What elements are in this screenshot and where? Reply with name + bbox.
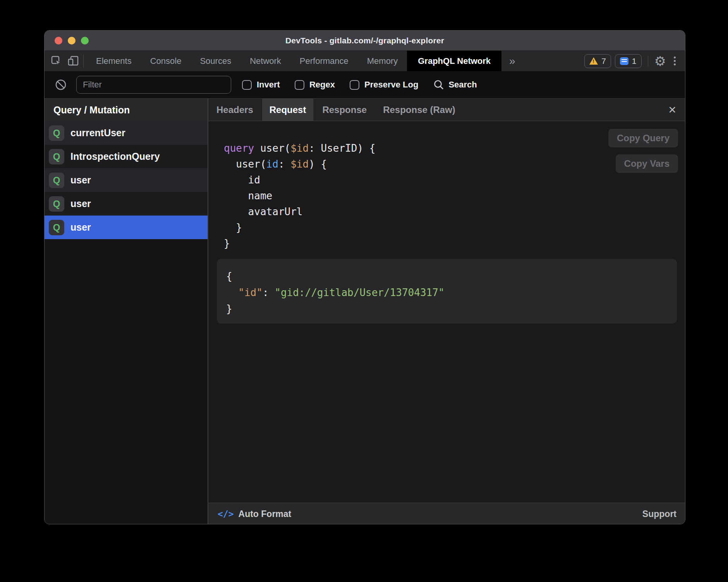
message-count: 1	[632, 56, 637, 66]
traffic-lights	[55, 31, 89, 51]
query-name-label: currentUser	[70, 127, 125, 139]
code-line: name	[224, 188, 685, 204]
devtools-tab-sources[interactable]: Sources	[191, 51, 240, 71]
code-line: }	[226, 301, 677, 317]
checkbox-label: Invert	[257, 80, 280, 90]
tab-headers[interactable]: Headers	[209, 99, 261, 121]
query-type-badge: Q	[49, 149, 64, 164]
title-bar: DevTools - gitlab.com/-/graphql-explorer	[45, 31, 685, 51]
checkbox-box[interactable]	[295, 80, 304, 90]
query-list-item-user-4[interactable]: Quser	[45, 216, 208, 239]
tab-request[interactable]: Request	[262, 99, 314, 121]
filter-checkboxes: InvertRegexPreserve Log	[242, 80, 418, 90]
query-name-label: user	[70, 222, 91, 233]
devtools-tab-elements[interactable]: Elements	[87, 51, 141, 71]
query-variables-box: { "id": "gid://gitlab/User/13704317"}	[217, 259, 677, 324]
devtools-tab-graphql-network[interactable]: GraphQL Network	[407, 51, 501, 71]
zoom-window-button[interactable]	[81, 37, 89, 45]
request-detail-panel: HeadersRequestResponseResponse (Raw)✕ qu…	[208, 99, 685, 524]
issues-badge[interactable]: 1	[615, 54, 642, 68]
message-icon	[620, 57, 628, 65]
devtools-tab-network[interactable]: Network	[240, 51, 290, 71]
code-line: {	[226, 268, 677, 284]
warning-icon	[589, 57, 598, 65]
checkbox-preserve-log[interactable]: Preserve Log	[350, 80, 418, 90]
checkbox-invert[interactable]: Invert	[242, 80, 280, 90]
more-options-icon[interactable]	[670, 56, 680, 65]
query-type-badge: Q	[49, 125, 64, 141]
query-type-badge: Q	[49, 220, 64, 235]
search-icon	[433, 79, 445, 91]
tab-response-raw[interactable]: Response (Raw)	[376, 99, 463, 121]
warning-count: 7	[601, 56, 606, 66]
search-label: Search	[448, 80, 477, 90]
query-list: QcurrentUserQIntrospectionQueryQuserQuse…	[45, 121, 208, 239]
close-panel-icon[interactable]: ✕	[666, 99, 679, 121]
auto-format-button[interactable]: </> Auto Format	[218, 509, 291, 519]
copy-vars-button[interactable]: Copy Vars	[616, 154, 678, 173]
inspect-element-icon[interactable]	[51, 55, 62, 67]
query-type-badge: Q	[49, 196, 64, 212]
code-brackets-icon: </>	[218, 509, 234, 519]
detail-tabs: HeadersRequestResponseResponse (Raw)✕	[208, 99, 685, 121]
devtools-tab-bar: ElementsConsoleSourcesNetworkPerformance…	[45, 51, 685, 71]
warnings-badge[interactable]: 7	[584, 54, 611, 68]
support-link[interactable]: Support	[642, 509, 676, 519]
request-tab-content: query user($id: UserID) { user(id: $id) …	[208, 121, 685, 503]
devtools-tab-console[interactable]: Console	[141, 51, 191, 71]
devtools-tabs: ElementsConsoleSourcesNetworkPerformance…	[87, 51, 501, 71]
filter-input[interactable]	[76, 76, 231, 94]
query-list-item-currentuser-0[interactable]: QcurrentUser	[45, 121, 208, 145]
devtools-window: DevTools - gitlab.com/-/graphql-explorer…	[44, 30, 685, 524]
query-name-label: IntrospectionQuery	[70, 151, 160, 162]
settings-gear-icon[interactable]: ⚙	[654, 55, 666, 68]
minimize-window-button[interactable]	[68, 37, 76, 45]
filter-bar: InvertRegexPreserve Log Search	[45, 71, 685, 99]
checkbox-label: Regex	[309, 80, 335, 90]
search-control[interactable]: Search	[433, 79, 477, 91]
window-title: DevTools - gitlab.com/-/graphql-explorer	[285, 36, 444, 45]
query-list-item-introspectionquery-1[interactable]: QIntrospectionQuery	[45, 145, 208, 168]
checkbox-regex[interactable]: Regex	[295, 80, 335, 90]
query-list-sidebar: Query / Mutation QcurrentUserQIntrospect…	[45, 99, 208, 524]
copy-query-button[interactable]: Copy Query	[608, 129, 678, 147]
code-line: "id": "gid://gitlab/User/13704317"	[226, 284, 677, 301]
panel-footer: </> Auto Format Support	[208, 503, 685, 524]
checkbox-box[interactable]	[350, 80, 359, 90]
query-name-label: user	[70, 175, 91, 186]
tab-response[interactable]: Response	[315, 99, 374, 121]
code-line: }	[224, 236, 685, 252]
toolbar-divider	[83, 55, 84, 68]
devtools-tab-memory[interactable]: Memory	[358, 51, 407, 71]
query-type-badge: Q	[49, 173, 64, 188]
close-window-button[interactable]	[55, 37, 62, 45]
code-line: avatarUrl	[224, 204, 685, 220]
more-tabs-icon[interactable]: »	[501, 51, 523, 71]
toolbar-divider	[648, 55, 648, 67]
code-line: id	[224, 172, 685, 188]
devtools-tab-performance[interactable]: Performance	[290, 51, 358, 71]
query-name-label: user	[70, 198, 91, 209]
sidebar-header: Query / Mutation	[45, 99, 208, 121]
clear-filter-icon[interactable]	[55, 79, 67, 91]
query-list-item-user-3[interactable]: Quser	[45, 192, 208, 216]
code-line: }	[224, 220, 685, 236]
auto-format-label: Auto Format	[239, 509, 292, 519]
checkbox-box[interactable]	[242, 80, 252, 90]
checkbox-label: Preserve Log	[364, 80, 418, 90]
query-list-item-user-2[interactable]: Quser	[45, 168, 208, 192]
device-toolbar-icon[interactable]	[68, 55, 79, 67]
